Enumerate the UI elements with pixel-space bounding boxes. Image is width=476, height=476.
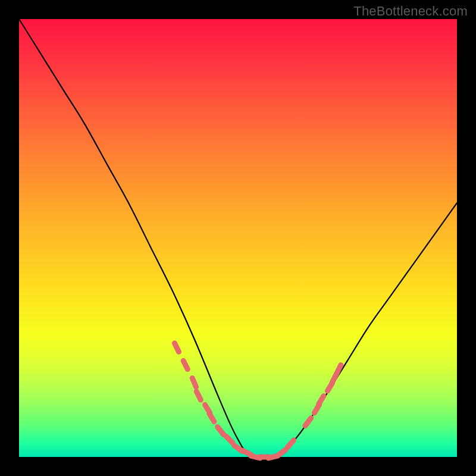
curve-marker <box>218 427 224 435</box>
chart-frame: TheBottleneck.com <box>0 0 476 476</box>
plot-area <box>19 19 457 457</box>
curve-marker <box>226 436 233 443</box>
curve-marker <box>183 361 187 369</box>
curve-marker <box>278 450 286 456</box>
curve-marker <box>196 392 201 400</box>
curve-marker <box>305 418 311 426</box>
watermark-text: TheBottleneck.com <box>353 4 468 19</box>
curve-marker <box>319 396 324 405</box>
curve-markers <box>174 343 341 458</box>
curve-marker <box>287 440 293 447</box>
curve-marker <box>174 343 178 352</box>
bottleneck-curve <box>19 19 457 458</box>
curve-layer <box>19 19 457 457</box>
curve-marker <box>192 378 196 387</box>
curve-marker <box>209 414 214 422</box>
